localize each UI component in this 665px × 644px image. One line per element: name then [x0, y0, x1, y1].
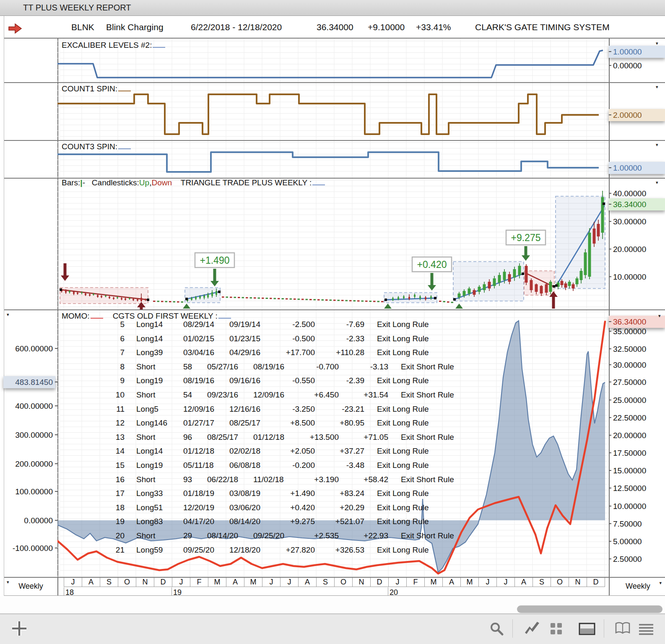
axis-label: 400.00000 [3, 400, 55, 412]
trade-cell: 05/27/16 [207, 360, 253, 374]
trend-line-icon[interactable] [525, 622, 540, 635]
interval-selector-left[interactable]: ▾ Weekly [4, 577, 57, 595]
month-axis: JASONDJFMAMJJASONDJFMAMJJASOND [0, 577, 665, 587]
month-label: F [406, 577, 425, 587]
trade-cell: 9 [57, 374, 125, 388]
red-arrow-icon[interactable] [8, 23, 23, 34]
axis-label: 35.00000 [609, 325, 665, 338]
chevron-down-icon[interactable]: ▾ [7, 312, 9, 317]
trade-cell: +80.95 [315, 416, 364, 430]
axis-label: 1.00000 [609, 46, 665, 58]
trade-cell: Exit Long Rule [377, 416, 461, 430]
trade-cell: 01/12/18 [253, 430, 300, 444]
axis-label: 30.00000 [609, 216, 665, 228]
cgts-field-blank[interactable] [218, 312, 231, 319]
trade-cell: Exit Long Rule [377, 402, 461, 416]
trade-row: 9Long1908/19/1609/16/16-0.550-2.39Exit L… [57, 374, 461, 388]
month-label: N [569, 577, 587, 587]
window-titlebar: TT PLUS WEEKLY REPORT [0, 0, 665, 16]
trade-cell: -2.500 [276, 317, 315, 332]
company-name: Blink Charging [106, 22, 164, 32]
candlestick-chart: +1.490+0.420+9.275 [57, 178, 609, 309]
trade-cell: Short [136, 430, 183, 444]
toolbar-divider [604, 619, 604, 638]
chevron-down-icon[interactable]: ▾ [656, 180, 658, 185]
axis-label: 5.00000 [609, 535, 665, 548]
axis-tick [55, 463, 57, 464]
trade-cell: 01/27/17 [183, 416, 229, 430]
count3-field-blank[interactable] [118, 143, 131, 149]
trade-cell: Exit Long Rule [377, 458, 461, 473]
trade-row: 19Long8304/17/2008/14/20+9.275+521.07Exi… [57, 514, 461, 529]
chevron-down-icon[interactable]: ▾ [658, 314, 661, 318]
axis-tick [609, 167, 611, 168]
trade-row: 15Long1905/11/1806/08/18-0.200-3.48Exit … [57, 458, 461, 473]
axis-label: 30.00000 [609, 359, 665, 371]
trade-cell: 08/19/16 [253, 360, 300, 374]
bottom-toolbar [0, 614, 665, 644]
axis-tick [609, 51, 611, 52]
trade-cell: 03/04/16 [183, 345, 229, 360]
month-label: A [82, 577, 100, 587]
momo-field-blank[interactable] [91, 312, 103, 319]
axis-label: 36.34000 [609, 198, 665, 210]
excaliber-field-blank[interactable] [153, 41, 165, 48]
trade-cell: 12/09/16 [183, 402, 229, 416]
trade-cell: 04/17/20 [183, 514, 229, 529]
trade-cell: 09/25/20 [183, 543, 229, 557]
trade-cell: 15 [57, 458, 125, 473]
book-icon[interactable] [615, 622, 631, 635]
axis-tick [55, 348, 57, 349]
chevron-down-icon[interactable]: ▾ [656, 41, 658, 46]
app-window: TT PLUS WEEKLY REPORT BLNK Blink Chargin… [0, 0, 665, 644]
axis-label: 0.00000 [609, 60, 665, 72]
month-label: O [334, 577, 353, 587]
system-name: CLARK'S GATE TIMING SYSTEM [475, 22, 610, 32]
trade-cell: Long14 [136, 444, 183, 458]
month-label: M [208, 577, 226, 587]
momo-panel-label: MOMO: CGTS OLD FIRST WEEKLY : [62, 312, 232, 321]
axis-tick [609, 276, 611, 277]
count1-field-blank[interactable] [118, 85, 131, 91]
trade-cell: 12/09/16 [253, 388, 300, 402]
trade-cell: -0.500 [276, 332, 315, 346]
split-panel-icon[interactable] [579, 623, 595, 635]
trade-cell: Long19 [136, 458, 183, 473]
trade-cell: 93 [183, 473, 207, 487]
grid-view-icon[interactable] [550, 623, 563, 637]
trade-cell: 05/11/18 [183, 458, 229, 473]
price-field-blank[interactable] [312, 179, 325, 185]
trade-cell: -0.700 [300, 360, 339, 374]
trade-cell: 6 [57, 332, 125, 346]
interval-selector-right[interactable]: Weekly ▾ [609, 577, 665, 595]
search-icon[interactable] [490, 622, 504, 636]
chevron-down-icon[interactable]: ▾ [656, 85, 658, 89]
trade-cell: 08/14/20 [229, 514, 276, 529]
chevron-down-icon[interactable]: ▾ [656, 143, 658, 147]
trade-cell: +8.500 [276, 416, 315, 430]
add-button[interactable] [11, 620, 28, 637]
month-label: A [514, 577, 533, 587]
trade-cell: Exit Long Rule [377, 501, 461, 515]
scrollbar-thumb[interactable] [517, 605, 662, 613]
axis-tick [609, 321, 611, 322]
trade-cell: Long33 [136, 486, 183, 501]
trade-row: 21Long5909/25/2012/18/20+27.820+326.53Ex… [57, 543, 461, 557]
trade-cell: +2.050 [276, 444, 315, 458]
trade-cell: Exit Short Rule [401, 473, 485, 487]
axis-tick [55, 520, 57, 521]
trade-cell: Short [136, 473, 183, 487]
chevron-down-icon[interactable]: ▾ [659, 581, 662, 585]
axis-tick [609, 558, 611, 559]
month-label: O [118, 577, 136, 587]
axis-label: 12.50000 [609, 482, 665, 494]
trade-cell: -3.48 [315, 458, 364, 473]
month-label: N [136, 577, 154, 587]
chevron-down-icon[interactable]: ▾ [7, 580, 9, 584]
axis-tick [609, 506, 611, 506]
axis-tick [609, 193, 611, 194]
trade-row: 14Long1401/12/1802/02/18+2.050+37.27Exit… [57, 444, 461, 458]
menu-icon[interactable] [639, 623, 653, 637]
trade-cell: 54 [183, 388, 207, 402]
axis-tick [609, 249, 611, 249]
